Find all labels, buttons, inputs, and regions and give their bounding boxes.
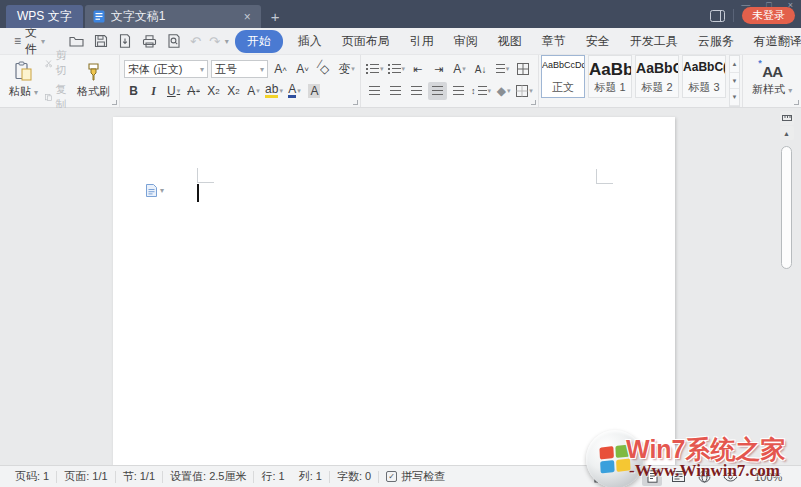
paragraph-marks-icon bbox=[496, 64, 505, 74]
undo-button[interactable]: ↶ bbox=[187, 34, 204, 49]
export-pdf-button[interactable] bbox=[114, 32, 136, 50]
strikethrough-button[interactable]: A▾ bbox=[184, 82, 203, 100]
distribute-button[interactable] bbox=[449, 82, 468, 100]
menu-tab-security[interactable]: 安全 bbox=[577, 30, 619, 53]
fullscreen-view-button[interactable] bbox=[590, 468, 610, 486]
menu-tab-insert[interactable]: 插入 bbox=[289, 30, 331, 53]
align-right-button[interactable] bbox=[407, 82, 426, 100]
menu-tab-dev-tools[interactable]: 开发工具 bbox=[621, 30, 687, 53]
style-card-normal[interactable]: AaBbCcDd 正文 bbox=[541, 55, 585, 98]
menu-tab-review[interactable]: 审阅 bbox=[445, 30, 487, 53]
document-tab[interactable]: 文字文稿1 × bbox=[85, 5, 261, 28]
char-shading-button[interactable]: A bbox=[305, 82, 324, 100]
menu-tab-page-layout[interactable]: 页面布局 bbox=[333, 30, 399, 53]
print-button[interactable] bbox=[138, 32, 161, 50]
clipboard-dialog-launcher[interactable] bbox=[112, 100, 117, 105]
paste-options-button[interactable]: ▾ bbox=[146, 184, 164, 197]
numbering-button[interactable]: ▾ bbox=[387, 60, 407, 78]
sort-button[interactable]: A↓ bbox=[471, 60, 490, 78]
highlight-button[interactable]: ab▾ bbox=[264, 82, 284, 100]
skin-icon[interactable] bbox=[710, 10, 725, 22]
align-left-button[interactable] bbox=[365, 82, 384, 100]
status-page-count[interactable]: 页面: 1/1 bbox=[57, 469, 114, 484]
font-family-combo[interactable]: 宋体 (正文) ▾ bbox=[124, 60, 208, 78]
clear-format-button[interactable]: ◇∕ bbox=[315, 60, 334, 78]
page-layout-button[interactable] bbox=[642, 468, 662, 486]
chevron-down-icon: ▾ bbox=[488, 87, 492, 95]
new-style-button[interactable]: *AA 新样式 ▾ bbox=[747, 62, 797, 98]
redo-button[interactable]: ↷ bbox=[206, 34, 223, 49]
italic-button[interactable]: I bbox=[144, 82, 163, 100]
bold-button[interactable]: B bbox=[124, 82, 143, 100]
gallery-expand-icon[interactable]: ▼ bbox=[730, 89, 739, 106]
line-spacing-button[interactable]: ↕▾ bbox=[470, 82, 492, 100]
text-effects-button[interactable]: A▾ bbox=[244, 82, 263, 100]
show-marks-button[interactable]: ▾ bbox=[492, 60, 511, 78]
login-status-badge[interactable]: 未登录 bbox=[742, 7, 795, 24]
status-column: 列: 1 bbox=[292, 469, 329, 484]
underline-button[interactable]: U▾ bbox=[164, 82, 183, 100]
eye-protect-button[interactable] bbox=[720, 468, 740, 486]
menu-tab-home[interactable]: 开始 bbox=[235, 30, 283, 53]
scroll-up-button[interactable]: ▲ bbox=[780, 126, 794, 140]
font-size-combo[interactable]: 五号 ▾ bbox=[211, 60, 268, 78]
paste-button[interactable]: 粘贴 ▾ bbox=[4, 60, 43, 100]
font-dialog-launcher[interactable] bbox=[353, 100, 358, 105]
zoom-level[interactable]: 100% bbox=[754, 471, 782, 483]
quickbar-more-button[interactable]: ▾ bbox=[225, 37, 229, 46]
menu-tab-references[interactable]: 引用 bbox=[401, 30, 443, 53]
print-preview-button[interactable] bbox=[163, 32, 185, 50]
bullets-button[interactable]: ▾ bbox=[365, 60, 385, 78]
new-tab-button[interactable]: + bbox=[271, 8, 280, 25]
decrease-indent-button[interactable]: ⇤ bbox=[408, 60, 427, 78]
shrink-font-button[interactable]: A˅ bbox=[293, 60, 312, 78]
outline-view-button[interactable] bbox=[668, 468, 688, 486]
borders-button[interactable]: ▾ bbox=[515, 82, 534, 100]
cut-button[interactable]: 剪切 bbox=[45, 48, 70, 78]
paragraph-dialog-launcher[interactable] bbox=[531, 100, 536, 105]
spell-check-toggle[interactable]: ✓ 拼写检查 bbox=[379, 469, 452, 484]
chevron-down-icon: ▾ bbox=[297, 87, 301, 95]
align-center-button[interactable] bbox=[386, 82, 405, 100]
scrollbar-thumb[interactable] bbox=[781, 146, 792, 269]
fullscreen-icon bbox=[594, 470, 607, 483]
justify-button[interactable] bbox=[428, 82, 447, 100]
distribute-icon bbox=[453, 86, 464, 96]
style-card-heading2[interactable]: AaBbC( 标题 2 bbox=[635, 55, 679, 98]
shading-fill-button[interactable]: ◆▾ bbox=[494, 82, 513, 100]
style-card-heading3[interactable]: AaBbC( 标题 3 bbox=[682, 55, 726, 98]
read-layout-button[interactable] bbox=[616, 468, 636, 486]
wps-app-button[interactable]: WPS 文字 bbox=[6, 5, 83, 28]
superscript-button[interactable]: X2 bbox=[204, 82, 223, 100]
menu-tab-section[interactable]: 章节 bbox=[533, 30, 575, 53]
folder-open-icon bbox=[69, 34, 84, 48]
chevron-down-icon: ▾ bbox=[351, 65, 355, 73]
save-button[interactable] bbox=[90, 32, 112, 50]
paste-icon bbox=[13, 61, 34, 82]
indent-icon: ⇥ bbox=[434, 63, 443, 76]
new-style-icon: *AA bbox=[762, 63, 782, 80]
document-page[interactable]: ▾ bbox=[113, 117, 675, 465]
vertical-scrollbar[interactable]: ▲ bbox=[779, 111, 794, 465]
styles-dialog-launcher[interactable] bbox=[794, 100, 799, 105]
style-card-heading1[interactable]: AaBb 标题 1 bbox=[588, 55, 632, 98]
menu-tab-cloud-service[interactable]: 云服务 bbox=[689, 30, 743, 53]
close-tab-icon[interactable]: × bbox=[242, 10, 253, 24]
font-color-button[interactable]: A▾ bbox=[285, 82, 304, 100]
ruler-toggle-button[interactable] bbox=[780, 111, 794, 125]
gallery-up-icon[interactable]: ▲ bbox=[730, 56, 739, 73]
menu-tab-youdao-translate[interactable]: 有道翻译 bbox=[745, 30, 801, 53]
format-painter-button[interactable]: 格式刷 bbox=[72, 61, 115, 100]
style-preview: AaBbC( bbox=[683, 60, 725, 74]
gallery-down-icon[interactable]: ▼ bbox=[730, 73, 739, 90]
increase-indent-button[interactable]: ⇥ bbox=[429, 60, 448, 78]
menu-tab-view[interactable]: 视图 bbox=[489, 30, 531, 53]
phonetic-guide-button[interactable]: 变▾ bbox=[337, 60, 356, 78]
status-word-count[interactable]: 字数: 0 bbox=[330, 469, 378, 484]
grow-font-button[interactable]: A˄ bbox=[271, 60, 290, 78]
insert-table-button[interactable] bbox=[513, 60, 532, 78]
chevron-down-icon: ▾ bbox=[256, 87, 260, 95]
web-layout-button[interactable] bbox=[694, 468, 714, 486]
character-scale-button[interactable]: A▾ bbox=[450, 60, 469, 78]
subscript-button[interactable]: X2 bbox=[224, 82, 243, 100]
